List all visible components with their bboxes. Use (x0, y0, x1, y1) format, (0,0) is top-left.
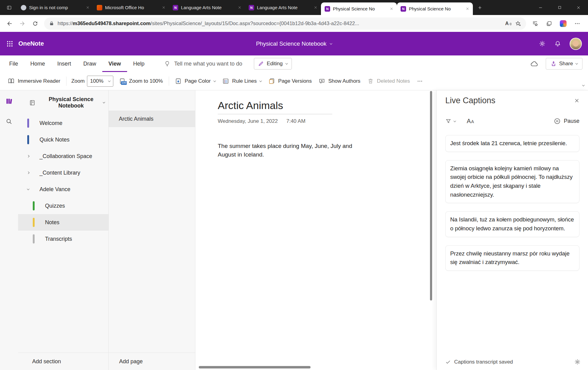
note-body-text[interactable]: The summer takes place during May, June,… (218, 142, 363, 159)
caption-bubble: Przez chwilę nieustanny marsz pór roku w… (445, 245, 579, 271)
notebook-icon (29, 100, 36, 106)
text-size-icon[interactable]: AA (467, 118, 474, 125)
ribbon-collapse-icon[interactable] (582, 82, 584, 88)
tab-actions-icon[interactable] (4, 2, 15, 13)
show-authors-button[interactable]: Show Authors (315, 75, 364, 87)
section-group-collaboration-space[interactable]: _Collaboration Space (18, 148, 108, 164)
browser-tab-language-arts-1[interactable]: N Language Arts Note (169, 0, 245, 15)
add-favorite-star-icon[interactable] (515, 21, 521, 27)
note-title[interactable]: Arctic Animals (218, 100, 283, 111)
page-title: Arctic Animals (119, 116, 153, 122)
chevron-right-icon (27, 155, 29, 157)
page-color-dropdown[interactable]: Page Color (172, 75, 219, 87)
section-group-content-library[interactable]: _Content Library (18, 164, 108, 181)
refresh-button[interactable] (29, 17, 42, 30)
new-tab-button[interactable] (475, 2, 485, 13)
add-page-button[interactable]: Add page (109, 353, 195, 370)
signin-favicon (21, 5, 26, 10)
read-aloud-icon[interactable]: A (505, 21, 512, 26)
tab-close-icon[interactable] (464, 6, 470, 12)
section-color-bar (33, 234, 35, 244)
app-name[interactable]: OneNote (18, 40, 44, 47)
tab-close-icon[interactable] (312, 5, 318, 11)
site-info-lock-icon[interactable] (49, 21, 54, 26)
onenote-favicon: N (401, 6, 406, 12)
share-button[interactable]: Share (546, 58, 582, 70)
notebook-title-dropdown[interactable]: Physical Science Notebook (256, 40, 332, 47)
browser-tab-language-arts-2[interactable]: N Language Arts Note (245, 0, 321, 15)
window-controls (531, 0, 588, 15)
section-item-quizzes[interactable]: Quizzes (18, 198, 108, 214)
tab-title: Physical Science No (333, 6, 386, 11)
copilot-icon[interactable] (557, 17, 570, 30)
ribbon-more-icon[interactable] (413, 76, 426, 87)
view-ribbon: Immersive Reader Zoom 100% 100 Zoom to 1… (0, 72, 588, 90)
captions-filter-dropdown[interactable] (445, 118, 456, 124)
window-minimize-button[interactable] (531, 0, 550, 15)
sync-status-cloud-icon[interactable] (530, 61, 538, 67)
section-item-notes-selected[interactable]: Notes (18, 214, 108, 231)
browser-tab-office-home[interactable]: Microsoft Office Ho (93, 0, 169, 15)
tell-me-search[interactable]: Tell me what you want to do (164, 55, 242, 72)
tab-close-icon[interactable] (388, 6, 394, 12)
url-text: https://m365edu549478.sharepoint.com/sit… (58, 21, 502, 26)
vertical-scrollbar[interactable] (430, 91, 432, 300)
note-canvas[interactable]: Arctic Animals Wednesday, June 1, 2022 7… (195, 90, 436, 370)
page-item-arctic-animals[interactable]: Arctic Animals (109, 111, 195, 127)
notebook-header-dropdown[interactable]: Physical Science Notebook (18, 90, 108, 115)
search-icon[interactable] (3, 115, 15, 127)
settings-gear-icon[interactable] (539, 40, 546, 47)
workspace: Physical Science Notebook Welcome Quick … (0, 90, 588, 370)
tab-close-icon[interactable] (160, 5, 167, 11)
menu-file[interactable]: File (3, 55, 24, 72)
browser-tab-signin[interactable]: Sign in is not comp (17, 0, 93, 15)
horizontal-scrollbar[interactable] (199, 366, 311, 368)
tab-close-icon[interactable] (85, 5, 91, 11)
menu-home[interactable]: Home (24, 55, 51, 72)
notebooks-navigation-icon[interactable] (3, 95, 15, 107)
browser-tab-physical-science-active[interactable]: N Physical Science No (321, 2, 397, 15)
add-section-button[interactable]: Add section (18, 353, 108, 370)
back-button[interactable] (3, 17, 16, 30)
tab-title: Microsoft Office Ho (105, 5, 158, 10)
favorites-bar-icon[interactable] (529, 17, 541, 30)
app-launcher-waffle-icon[interactable] (6, 40, 13, 47)
window-close-button[interactable] (569, 0, 588, 15)
editing-mode-dropdown[interactable]: Editing (254, 58, 292, 70)
left-rail (0, 90, 18, 370)
menu-draw[interactable]: Draw (77, 55, 102, 72)
menu-view[interactable]: View (102, 55, 127, 72)
close-icon[interactable] (574, 98, 579, 103)
address-bar[interactable]: https://m365edu549478.sharepoint.com/sit… (44, 17, 526, 30)
section-group-adele-vance[interactable]: Adele Vance (18, 181, 108, 198)
forward-button[interactable] (16, 17, 29, 30)
collections-icon[interactable] (543, 17, 556, 30)
menu-insert[interactable]: Insert (51, 55, 77, 72)
section-color-bar (27, 119, 29, 128)
screen: Sign in is not comp Microsoft Office Ho … (0, 0, 588, 370)
section-item-welcome[interactable]: Welcome (18, 115, 108, 131)
captions-settings-gear-icon[interactable] (574, 359, 581, 365)
rule-lines-dropdown[interactable]: Rule Lines (219, 75, 265, 87)
section-label: Quizzes (45, 203, 65, 209)
deleted-notes-button[interactable]: Deleted Notes (364, 75, 413, 87)
section-item-quick-notes[interactable]: Quick Notes (18, 131, 108, 148)
menu-help[interactable]: Help (127, 55, 151, 72)
zoom-to-100-button[interactable]: 100 Zoom to 100% (116, 75, 166, 87)
browser-settings-more-icon[interactable] (571, 17, 584, 30)
zoom-level-combobox[interactable]: 100% (87, 76, 113, 87)
notifications-bell-icon[interactable] (554, 40, 561, 47)
zoom-label: Zoom (71, 78, 85, 84)
page-versions-button[interactable]: Page Versions (265, 75, 315, 87)
pause-button[interactable]: Pause (554, 118, 579, 125)
browser-toolbar: https://m365edu549478.sharepoint.com/sit… (0, 15, 588, 32)
tab-close-icon[interactable] (236, 5, 243, 11)
user-avatar[interactable] (570, 38, 582, 50)
section-item-transcripts[interactable]: Transcripts (18, 231, 108, 247)
window-maximize-button[interactable] (550, 0, 569, 15)
tab-title: Language Arts Note (181, 5, 234, 10)
immersive-reader-button[interactable]: Immersive Reader (4, 75, 64, 87)
sections-panel: Physical Science Notebook Welcome Quick … (18, 90, 109, 370)
chevron-down-icon (259, 79, 262, 82)
browser-tab-physical-science-2[interactable]: N Physical Science No (397, 2, 473, 15)
